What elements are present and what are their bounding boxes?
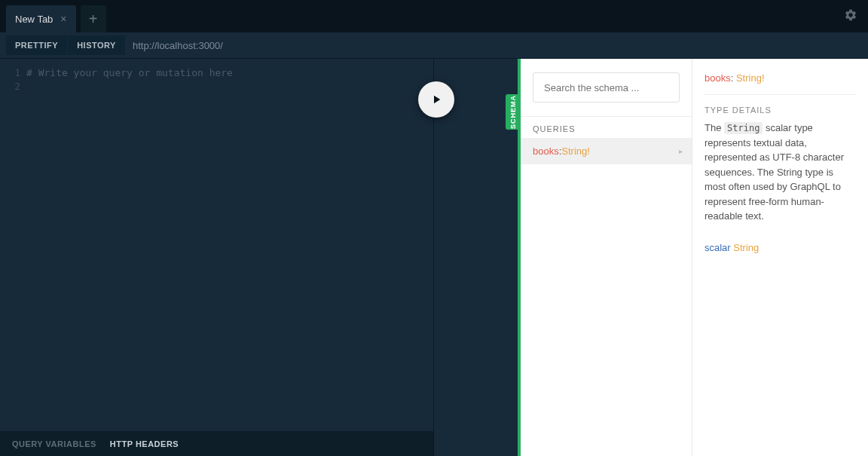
code-literal: String [724,122,763,134]
query-editor[interactable]: 1 2 # Write your query or mutation here [0,59,433,431]
tab-active[interactable]: New Tab × [6,5,76,32]
execute-button[interactable] [418,81,454,118]
line-number: 1 [0,66,20,80]
gear-icon[interactable] [844,8,857,25]
type-name[interactable]: String [733,242,759,253]
schema-panel: QUERIES books: String! ▸ books: String! … [521,59,868,456]
bottom-tabs: QUERY VARIABLES HTTP HEADERS [0,431,433,456]
code-line: # Write your query or mutation here [26,66,233,80]
code-content: # Write your query or mutation here [26,66,233,431]
new-tab-button[interactable]: + [81,5,106,32]
chevron-right-icon: ▸ [679,147,683,155]
schema-item-books[interactable]: books: String! ▸ [521,138,692,164]
queries-heading: QUERIES [521,116,692,138]
play-icon [429,93,443,106]
close-icon[interactable]: × [60,14,66,24]
field-type: String! [561,145,590,157]
type-signature: books: String! [704,59,856,88]
type-details-heading: TYPE DETAILS [704,94,856,121]
detail-field-name[interactable]: books [704,72,731,84]
keyword: scalar [704,242,733,253]
tab-http-headers[interactable]: HTTP HEADERS [110,439,179,448]
editor-pane: 1 2 # Write your query or mutation here … [0,59,433,456]
toolbar: PRETTIFY HISTORY [0,32,868,59]
detail-field-type[interactable]: String! [736,72,765,84]
type-description: The String scalar type represents textua… [704,121,856,224]
field-name: books [533,145,559,157]
line-gutter: 1 2 [0,66,26,431]
title-bar: New Tab × + [0,0,868,32]
endpoint-input[interactable] [133,40,434,51]
tab-label: New Tab [15,14,53,25]
schema-detail-column: books: String! TYPE DETAILS The String s… [692,59,868,456]
tab-query-variables[interactable]: QUERY VARIABLES [12,439,96,448]
history-button[interactable]: HISTORY [68,35,125,55]
plus-icon: + [89,11,98,28]
prettify-button[interactable]: PRETTIFY [6,35,67,55]
schema-list-column: QUERIES books: String! ▸ [521,59,692,456]
scalar-definition: scalar String [704,242,856,253]
schema-toggle[interactable]: SCHEMA [506,94,521,130]
line-number: 2 [0,80,20,93]
search-input[interactable] [533,72,680,103]
